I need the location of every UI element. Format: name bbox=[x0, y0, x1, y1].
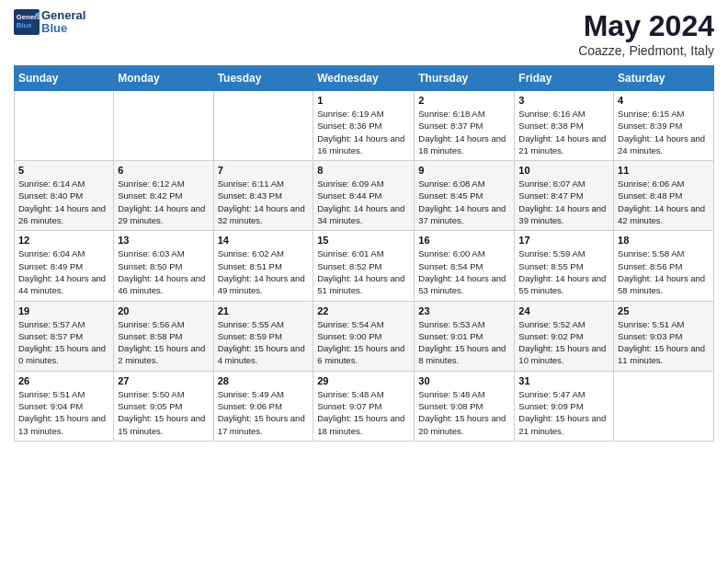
calendar-day-cell: 12Sunrise: 6:04 AMSunset: 8:49 PMDayligh… bbox=[15, 231, 114, 301]
daylight-text: Daylight: 15 hours and 17 minutes. bbox=[218, 412, 310, 437]
day-number: 15 bbox=[317, 235, 410, 246]
daylight-text: Daylight: 15 hours and 4 minutes. bbox=[218, 342, 310, 367]
calendar-day-cell bbox=[213, 91, 313, 161]
sunrise-text: Sunrise: 6:11 AM bbox=[218, 178, 310, 190]
calendar-day-cell: 10Sunrise: 6:07 AMSunset: 8:47 PMDayligh… bbox=[515, 161, 614, 231]
daylight-text: Daylight: 15 hours and 21 minutes. bbox=[518, 412, 609, 437]
daylight-text: Daylight: 14 hours and 34 minutes. bbox=[317, 202, 410, 227]
calendar-week-row: 5Sunrise: 6:14 AMSunset: 8:40 PMDaylight… bbox=[15, 161, 714, 231]
sunrise-text: Sunrise: 6:02 AM bbox=[218, 247, 310, 259]
sunset-text: Sunset: 8:40 PM bbox=[18, 190, 109, 201]
daylight-text: Daylight: 14 hours and 55 minutes. bbox=[518, 272, 609, 297]
col-thursday: Thursday bbox=[415, 66, 515, 91]
day-info: Sunrise: 6:12 AMSunset: 8:42 PMDaylight:… bbox=[118, 178, 209, 226]
col-sunday: Sunday bbox=[15, 66, 114, 91]
day-info: Sunrise: 5:51 AMSunset: 9:04 PMDaylight:… bbox=[18, 388, 109, 437]
page-header: General Blue General Blue May 2024 Coazz… bbox=[14, 9, 714, 58]
sunrise-text: Sunrise: 6:04 AM bbox=[18, 247, 109, 259]
day-number: 24 bbox=[518, 305, 609, 316]
sunset-text: Sunset: 8:56 PM bbox=[618, 260, 710, 272]
calendar-day-cell: 28Sunrise: 5:49 AMSunset: 9:06 PMDayligh… bbox=[213, 371, 313, 441]
day-info: Sunrise: 6:03 AMSunset: 8:50 PMDaylight:… bbox=[118, 247, 209, 296]
calendar-day-cell: 27Sunrise: 5:50 AMSunset: 9:05 PMDayligh… bbox=[114, 371, 213, 441]
day-info: Sunrise: 5:58 AMSunset: 8:56 PMDaylight:… bbox=[618, 247, 710, 296]
sunrise-text: Sunrise: 5:56 AM bbox=[118, 318, 209, 330]
sunrise-text: Sunrise: 6:18 AM bbox=[418, 108, 510, 120]
daylight-text: Daylight: 15 hours and 0 minutes. bbox=[18, 342, 109, 367]
calendar-day-cell: 15Sunrise: 6:01 AMSunset: 8:52 PMDayligh… bbox=[313, 231, 415, 301]
header-row: Sunday Monday Tuesday Wednesday Thursday… bbox=[15, 66, 714, 91]
day-number: 11 bbox=[618, 165, 710, 176]
day-info: Sunrise: 5:56 AMSunset: 8:58 PMDaylight:… bbox=[118, 318, 209, 367]
sunrise-text: Sunrise: 6:03 AM bbox=[118, 247, 209, 259]
calendar-day-cell: 24Sunrise: 5:52 AMSunset: 9:02 PMDayligh… bbox=[515, 301, 614, 371]
day-number: 12 bbox=[18, 235, 109, 246]
day-number: 8 bbox=[317, 165, 410, 176]
sunset-text: Sunset: 8:52 PM bbox=[317, 260, 410, 272]
sunrise-text: Sunrise: 5:57 AM bbox=[18, 318, 109, 330]
daylight-text: Daylight: 14 hours and 42 minutes. bbox=[618, 202, 710, 227]
sunrise-text: Sunrise: 5:58 AM bbox=[618, 247, 710, 259]
sunset-text: Sunset: 9:03 PM bbox=[618, 330, 710, 342]
sunrise-text: Sunrise: 6:08 AM bbox=[418, 178, 510, 190]
calendar-day-cell bbox=[114, 91, 213, 161]
calendar-page: General Blue General Blue May 2024 Coazz… bbox=[0, 0, 728, 563]
daylight-text: Daylight: 14 hours and 26 minutes. bbox=[18, 202, 109, 227]
calendar-day-cell: 2Sunrise: 6:18 AMSunset: 8:37 PMDaylight… bbox=[415, 91, 515, 161]
day-number: 1 bbox=[317, 95, 410, 106]
sunrise-text: Sunrise: 5:55 AM bbox=[218, 318, 310, 330]
col-saturday: Saturday bbox=[614, 66, 714, 91]
day-number: 2 bbox=[418, 95, 510, 106]
daylight-text: Daylight: 14 hours and 29 minutes. bbox=[118, 202, 209, 227]
daylight-text: Daylight: 14 hours and 24 minutes. bbox=[618, 132, 710, 157]
calendar-day-cell: 5Sunrise: 6:14 AMSunset: 8:40 PMDaylight… bbox=[15, 161, 114, 231]
calendar-day-cell: 6Sunrise: 6:12 AMSunset: 8:42 PMDaylight… bbox=[114, 161, 213, 231]
day-info: Sunrise: 6:02 AMSunset: 8:51 PMDaylight:… bbox=[218, 247, 310, 296]
sunrise-text: Sunrise: 6:01 AM bbox=[317, 247, 410, 259]
sunrise-text: Sunrise: 6:16 AM bbox=[518, 108, 609, 120]
calendar-day-cell bbox=[15, 91, 114, 161]
daylight-text: Daylight: 14 hours and 21 minutes. bbox=[518, 132, 609, 157]
sunset-text: Sunset: 8:55 PM bbox=[518, 260, 609, 272]
daylight-text: Daylight: 15 hours and 15 minutes. bbox=[118, 412, 209, 437]
sunrise-text: Sunrise: 5:54 AM bbox=[317, 318, 410, 330]
sunset-text: Sunset: 8:49 PM bbox=[18, 260, 109, 272]
day-info: Sunrise: 6:01 AMSunset: 8:52 PMDaylight:… bbox=[317, 247, 410, 296]
svg-text:Blue: Blue bbox=[17, 21, 32, 29]
day-number: 31 bbox=[518, 375, 609, 386]
day-number: 18 bbox=[618, 235, 710, 246]
sunrise-text: Sunrise: 5:51 AM bbox=[18, 388, 109, 400]
day-info: Sunrise: 5:47 AMSunset: 9:09 PMDaylight:… bbox=[518, 388, 609, 437]
day-info: Sunrise: 6:04 AMSunset: 8:49 PMDaylight:… bbox=[18, 247, 109, 296]
daylight-text: Daylight: 14 hours and 18 minutes. bbox=[418, 132, 510, 157]
sunset-text: Sunset: 9:01 PM bbox=[418, 330, 510, 342]
sunrise-text: Sunrise: 6:00 AM bbox=[418, 247, 510, 259]
daylight-text: Daylight: 14 hours and 44 minutes. bbox=[18, 272, 109, 297]
day-info: Sunrise: 6:19 AMSunset: 8:36 PMDaylight:… bbox=[317, 108, 410, 156]
sunset-text: Sunset: 9:00 PM bbox=[317, 330, 410, 342]
calendar-day-cell: 26Sunrise: 5:51 AMSunset: 9:04 PMDayligh… bbox=[15, 371, 114, 441]
day-number: 6 bbox=[118, 165, 209, 176]
daylight-text: Daylight: 15 hours and 11 minutes. bbox=[618, 342, 710, 367]
sunrise-text: Sunrise: 6:15 AM bbox=[618, 108, 710, 120]
calendar-day-cell: 3Sunrise: 6:16 AMSunset: 8:38 PMDaylight… bbox=[515, 91, 614, 161]
sunset-text: Sunset: 8:51 PM bbox=[218, 260, 310, 272]
sunset-text: Sunset: 8:36 PM bbox=[317, 120, 410, 132]
sunset-text: Sunset: 9:09 PM bbox=[518, 400, 609, 412]
day-info: Sunrise: 6:07 AMSunset: 8:47 PMDaylight:… bbox=[518, 178, 609, 226]
sunset-text: Sunset: 9:08 PM bbox=[418, 400, 510, 412]
sunset-text: Sunset: 9:04 PM bbox=[18, 400, 109, 412]
calendar-day-cell: 21Sunrise: 5:55 AMSunset: 8:59 PMDayligh… bbox=[213, 301, 313, 371]
daylight-text: Daylight: 15 hours and 10 minutes. bbox=[518, 342, 609, 367]
calendar-day-cell: 8Sunrise: 6:09 AMSunset: 8:44 PMDaylight… bbox=[313, 161, 415, 231]
calendar-week-row: 19Sunrise: 5:57 AMSunset: 8:57 PMDayligh… bbox=[15, 301, 714, 371]
calendar-day-cell: 19Sunrise: 5:57 AMSunset: 8:57 PMDayligh… bbox=[15, 301, 114, 371]
daylight-text: Daylight: 14 hours and 49 minutes. bbox=[218, 272, 310, 297]
day-number: 10 bbox=[518, 165, 609, 176]
sunset-text: Sunset: 9:06 PM bbox=[218, 400, 310, 412]
day-number: 17 bbox=[518, 235, 609, 246]
logo-text-line2: Blue bbox=[41, 22, 85, 35]
calendar-day-cell: 25Sunrise: 5:51 AMSunset: 9:03 PMDayligh… bbox=[614, 301, 714, 371]
calendar-day-cell: 9Sunrise: 6:08 AMSunset: 8:45 PMDaylight… bbox=[415, 161, 515, 231]
day-number: 4 bbox=[618, 95, 710, 106]
